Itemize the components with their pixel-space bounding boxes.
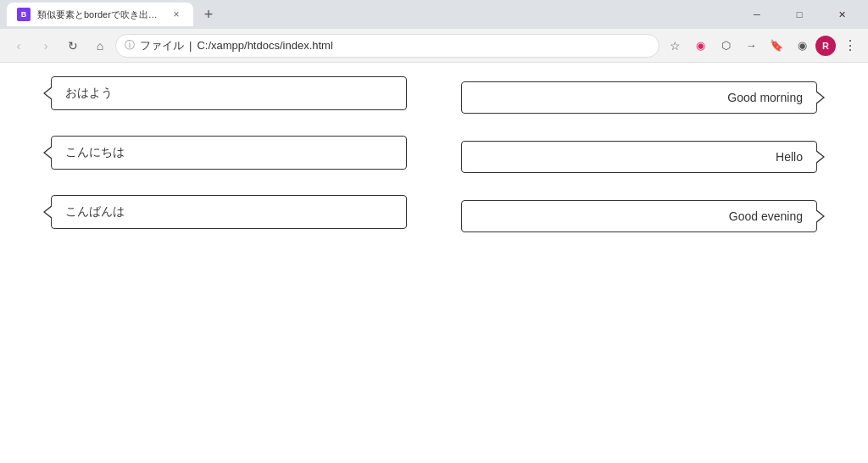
tab-title: 類似要素とborderで吹き出しを作る <box>37 8 163 21</box>
nav-right-controls: ☆ ◉ ⬡ → 🔖 ◉ R ⋮ <box>663 34 861 58</box>
english-text-3: Good evening <box>729 209 803 223</box>
english-bubble-2: Hello <box>461 141 817 173</box>
back-button[interactable]: ‹ <box>7 34 31 58</box>
cast-button[interactable]: → <box>739 34 763 58</box>
right-bubble-container-3: Good evening <box>461 200 817 232</box>
left-bubble-container-2: こんにちは <box>51 136 407 178</box>
active-tab[interactable]: B 類似要素とborderで吹き出しを作る × <box>7 3 193 26</box>
menu-button[interactable]: ⋮ <box>837 34 861 58</box>
profile-button[interactable]: R <box>815 36 836 56</box>
camera-button[interactable]: ⬡ <box>714 34 737 58</box>
new-tab-button[interactable]: + <box>197 3 220 26</box>
title-bar: B 類似要素とborderで吹き出しを作る × + ─ □ ✕ <box>0 0 868 29</box>
address-info-icon: ⓘ <box>125 38 135 53</box>
reload-button[interactable]: ↻ <box>61 34 85 58</box>
lens-button[interactable]: ◉ <box>688 34 712 58</box>
japanese-text-2: こんにちは <box>65 145 125 159</box>
address-separator: | <box>189 39 192 52</box>
english-text-2: Hello <box>776 150 803 164</box>
bookmark-star-button[interactable]: ☆ <box>663 34 687 58</box>
reading-list-button[interactable]: 🔖 <box>765 34 788 58</box>
address-bar[interactable]: ⓘ ファイル | C:/xampp/htdocs/index.html <box>115 34 659 58</box>
japanese-bubble-3: こんばんは <box>51 195 407 229</box>
window-controls: ─ □ ✕ <box>737 0 861 29</box>
right-bubble-container-2: Hello <box>461 141 817 173</box>
close-button[interactable]: ✕ <box>822 0 861 29</box>
forward-button[interactable]: › <box>34 34 58 58</box>
nav-bar: ‹ › ↻ ⌂ ⓘ ファイル | C:/xampp/htdocs/index.h… <box>0 29 868 63</box>
japanese-bubble-2: こんにちは <box>51 136 407 170</box>
tab-favicon: B <box>17 8 31 21</box>
address-prefix: ファイル <box>140 38 184 53</box>
page-content: おはよう Good morning こんにちは Hello <box>0 63 868 463</box>
browser-window: B 類似要素とborderで吹き出しを作る × + ─ □ ✕ ‹ › ↻ ⌂ … <box>0 0 868 463</box>
conversation-row-3: こんばんは Good evening <box>51 195 817 237</box>
left-bubble-container-1: おはよう <box>51 76 407 119</box>
conversation-row-2: こんにちは Hello <box>51 136 817 178</box>
japanese-text-3: こんばんは <box>65 204 125 218</box>
japanese-bubble-1: おはよう <box>51 76 407 110</box>
english-bubble-3: Good evening <box>461 200 817 232</box>
english-bubble-1: Good morning <box>461 81 817 114</box>
english-text-1: Good morning <box>727 91 803 104</box>
conversation-row-1: おはよう Good morning <box>51 76 817 119</box>
minimize-button[interactable]: ─ <box>737 0 776 29</box>
extension-button[interactable]: ◉ <box>790 34 814 58</box>
japanese-text-1: おはよう <box>65 86 113 99</box>
right-bubble-container-1: Good morning <box>461 81 817 114</box>
tab-bar: B 類似要素とborderで吹き出しを作る × + <box>7 3 737 26</box>
left-bubble-container-3: こんばんは <box>51 195 407 237</box>
address-path: C:/xampp/htdocs/index.html <box>197 39 332 52</box>
tab-close-button[interactable]: × <box>170 8 183 21</box>
maximize-button[interactable]: □ <box>780 0 819 29</box>
home-button[interactable]: ⌂ <box>88 34 112 58</box>
